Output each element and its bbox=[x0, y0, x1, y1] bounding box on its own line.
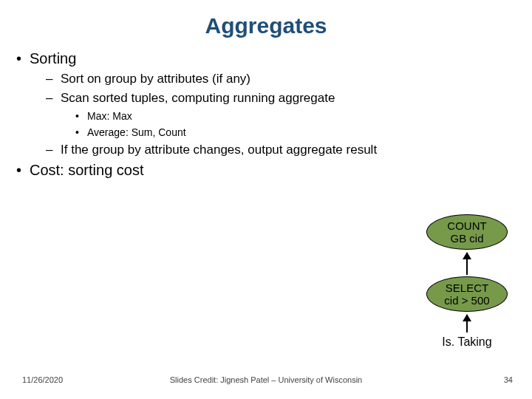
bullet-dot-icon: • bbox=[16, 50, 30, 67]
arrow-up-icon bbox=[466, 253, 468, 275]
bullet-cost: • Cost: sorting cost bbox=[16, 162, 516, 179]
bullet-dot-icon: • bbox=[75, 110, 87, 122]
bullet-dash-icon: – bbox=[46, 91, 61, 106]
footer-credit: Slides Credit: Jignesh Patel – Universit… bbox=[170, 375, 362, 384]
bullet-text: Max: Max bbox=[87, 110, 132, 122]
bullet-text: Average: Sum, Count bbox=[87, 126, 186, 138]
bullet-sorting: • Sorting bbox=[16, 50, 516, 67]
footer-date: 11/26/2020 bbox=[22, 375, 63, 384]
plan-leaf: Is. Taking bbox=[442, 335, 491, 349]
bullet-text: Scan sorted tuples, computing running ag… bbox=[61, 91, 335, 106]
footer-page-number: 34 bbox=[504, 375, 513, 384]
bullet-scan-sorted: – Scan sorted tuples, computing running … bbox=[46, 91, 516, 106]
plan-node-count: COUNT GB cid bbox=[426, 214, 508, 250]
bullet-average: • Average: Sum, Count bbox=[75, 126, 516, 138]
slide-title: Aggregates bbox=[16, 13, 516, 38]
bullet-text: If the group by attribute changes, outpu… bbox=[61, 143, 377, 157]
bullet-dash-icon: – bbox=[46, 143, 61, 157]
bullet-dot-icon: • bbox=[16, 162, 30, 179]
bullet-text: Sorting bbox=[30, 50, 76, 67]
node-label: SELECT cid > 500 bbox=[444, 282, 489, 307]
plan-node-select: SELECT cid > 500 bbox=[426, 276, 508, 312]
node-label: COUNT GB cid bbox=[447, 219, 486, 245]
bullet-dash-icon: – bbox=[46, 72, 61, 86]
bullet-text: Sort on group by attributes (if any) bbox=[61, 72, 250, 86]
query-plan-diagram: COUNT GB cid SELECT cid > 500 Is. Taking bbox=[423, 214, 511, 349]
slide: Aggregates • Sorting – Sort on group by … bbox=[0, 0, 532, 399]
bullet-if-change: – If the group by attribute changes, out… bbox=[46, 143, 516, 157]
bullet-text: Cost: sorting cost bbox=[30, 162, 144, 179]
bullet-dot-icon: • bbox=[75, 126, 87, 138]
bullet-sort-on-group: – Sort on group by attributes (if any) bbox=[46, 72, 516, 86]
arrow-up-icon bbox=[466, 315, 468, 332]
bullet-max: • Max: Max bbox=[75, 110, 516, 122]
